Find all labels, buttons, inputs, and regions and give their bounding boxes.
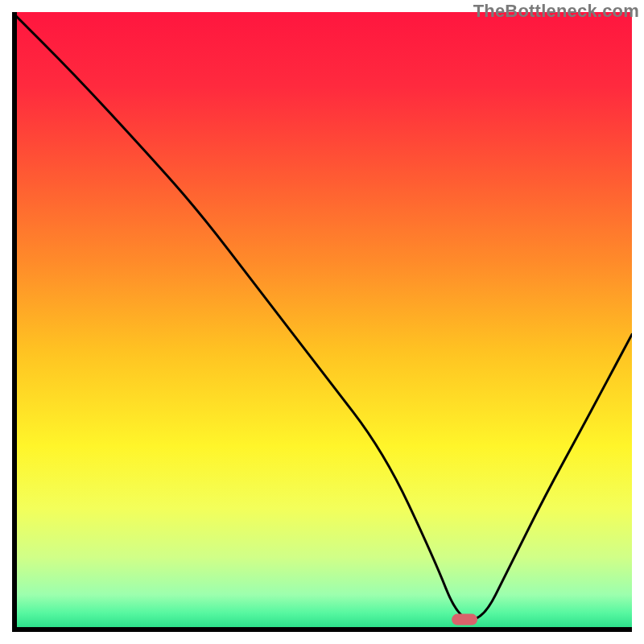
- plot-area: [12, 12, 632, 632]
- y-axis: [12, 12, 17, 632]
- gradient-background: [12, 12, 632, 632]
- x-axis: [12, 627, 632, 632]
- minimum-marker: [452, 614, 477, 625]
- chart-frame: TheBottleneck.com: [0, 0, 644, 644]
- chart-svg: [12, 12, 632, 632]
- attribution-label: TheBottleneck.com: [473, 1, 639, 22]
